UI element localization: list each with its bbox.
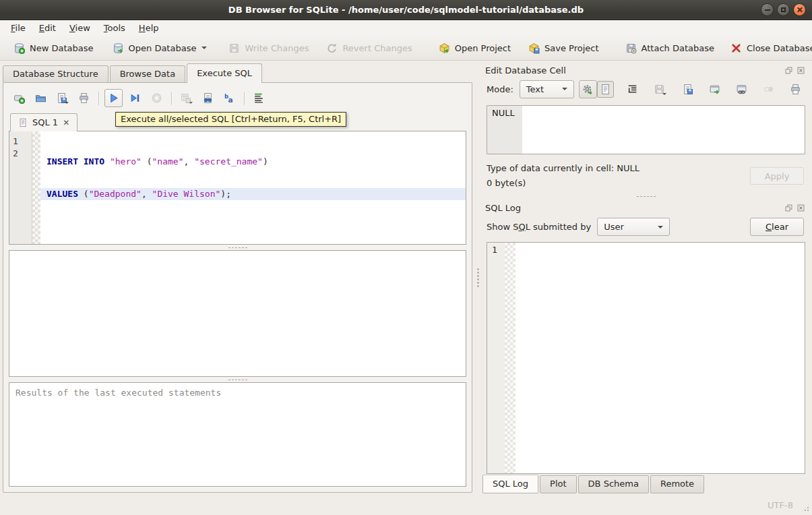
menu-help[interactable]: Help [132, 22, 166, 34]
close-icon [797, 7, 803, 13]
tab-database-structure[interactable]: Database Structure [3, 65, 108, 82]
splitter-dots-icon [228, 247, 248, 249]
window-controls [761, 3, 806, 16]
sql-editor-toolbar [9, 86, 466, 111]
word-wrap-button[interactable] [624, 81, 641, 98]
attach-database-button[interactable]: Attach Database [619, 39, 720, 57]
print-cell-button[interactable] [787, 81, 804, 98]
maximize-button[interactable] [777, 3, 790, 16]
open-project-button[interactable]: Open Project [433, 39, 517, 57]
close-database-button[interactable]: Close Database [724, 39, 812, 57]
sql-log-dock-title: SQL Log [480, 199, 812, 214]
print-sql-button[interactable] [75, 89, 93, 107]
minimize-button[interactable] [761, 3, 774, 16]
execution-log-pane: Results of the last executed statements [9, 382, 466, 487]
toolbar-separator [244, 92, 245, 105]
execute-sql-icon [108, 92, 119, 104]
tab-execute-sql[interactable]: Execute SQL [187, 63, 262, 83]
close-database-icon [730, 42, 742, 54]
tab-remote[interactable]: Remote [650, 475, 704, 493]
menu-tools[interactable]: Tools [97, 22, 132, 34]
splitter-handle[interactable] [9, 245, 466, 250]
open-database-button[interactable]: Open Database [106, 39, 214, 57]
splitter-handle[interactable] [480, 193, 812, 199]
float-dock-button[interactable] [784, 204, 793, 213]
open-project-icon [439, 42, 450, 54]
editor-line-number-gutter: 1 2 [9, 131, 32, 244]
window-title: DB Browser for SQLite - /home/user/code/… [228, 5, 584, 15]
splitter-handle[interactable] [9, 377, 466, 382]
open-external-button[interactable] [706, 81, 723, 98]
sql-code-area[interactable]: INSERT INTO "hero" ("name", "secret_name… [40, 131, 466, 244]
statusbar: UTF-8 [0, 495, 812, 515]
open-database-icon [113, 42, 124, 54]
tab-sql-log[interactable]: SQL Log [482, 475, 538, 493]
save-sql-menu-arrow[interactable] [65, 102, 69, 104]
open-database-menu-arrow[interactable] [201, 47, 207, 49]
menu-file[interactable]: File [4, 22, 32, 34]
copy-link-button[interactable] [733, 81, 750, 98]
execute-current-line-button[interactable] [126, 89, 144, 107]
main-toolbar: New Database Open Database Write Changes… [0, 36, 812, 61]
revert-changes-icon [326, 42, 338, 54]
align-icon [253, 92, 265, 104]
close-button[interactable] [793, 3, 806, 16]
cell-info-row: Type of data currently in cell: NULL 0 b… [487, 161, 804, 191]
close-dock-button[interactable] [796, 66, 805, 75]
minimize-icon [765, 9, 770, 11]
set-null-button [760, 81, 777, 98]
dock-close-icon [797, 204, 805, 212]
cell-type-info: Type of data currently in cell: NULL [487, 161, 639, 176]
new-sql-tab-icon [13, 92, 25, 104]
resize-grip[interactable] [801, 504, 810, 512]
close-tab-icon[interactable]: ✕ [63, 119, 69, 127]
menu-edit[interactable]: Edit [32, 22, 63, 34]
encoding-indicator: UTF-8 [768, 500, 793, 510]
splitter-dots-icon [636, 195, 656, 198]
execute-sql-button[interactable] [104, 89, 123, 107]
editor-folding-margin [32, 131, 40, 244]
content-area: Database Structure Browse Data Execute S… [0, 61, 812, 495]
float-icon [784, 66, 793, 75]
left-panel: Database Structure Browse Data Execute S… [0, 61, 476, 495]
new-database-icon [13, 42, 25, 54]
print-icon [790, 84, 801, 95]
text-view-button[interactable] [597, 81, 614, 98]
chevron-down-icon [562, 88, 567, 90]
tab-plot[interactable]: Plot [540, 475, 577, 493]
new-sql-tab-button[interactable] [10, 89, 28, 107]
sql-log-view: 1 [487, 242, 805, 474]
format-sql-button[interactable] [220, 89, 239, 107]
find-button[interactable] [199, 89, 217, 107]
print-icon [78, 92, 90, 104]
new-database-button[interactable]: New Database [7, 39, 100, 57]
clear-log-button[interactable]: Clear [750, 218, 804, 236]
main-tab-bar: Database Structure Browse Data Execute S… [0, 64, 476, 82]
open-sql-file-icon [35, 92, 46, 104]
save-project-button[interactable]: Save Project [522, 39, 605, 57]
auto-switch-mode-button[interactable] [579, 80, 597, 98]
sql-editor: 1 2 INSERT INTO "hero" ("name", "secret_… [9, 131, 466, 245]
edit-cell-dock-title: Edit Database Cell [480, 61, 812, 77]
close-dock-button[interactable] [796, 204, 805, 213]
tab-browse-data[interactable]: Browse Data [110, 65, 186, 82]
dock-close-icon [797, 66, 805, 75]
sql-1-tab[interactable]: SQL 1 ✕ [10, 113, 77, 131]
open-sql-file-button[interactable] [32, 89, 50, 107]
export-file-button[interactable] [679, 81, 696, 98]
mode-select[interactable]: Text [520, 80, 574, 98]
tab-db-schema[interactable]: DB Schema [578, 475, 649, 493]
maximize-icon [781, 7, 786, 12]
float-dock-button[interactable] [784, 66, 793, 75]
chevron-down-icon [658, 226, 663, 229]
menu-view[interactable]: View [63, 22, 97, 34]
sql-log-filter-row: Show SQL submitted by User Clear [480, 214, 812, 239]
line-number: 1 [492, 245, 497, 255]
save-sql-file-button[interactable] [53, 89, 71, 107]
cell-value-editor[interactable]: NULL [487, 105, 805, 154]
revert-changes-button: Revert Changes [320, 39, 418, 57]
edit-cell-title: Edit Database Cell [485, 65, 566, 75]
submitted-by-select[interactable]: User [597, 218, 670, 236]
align-button[interactable] [250, 89, 268, 107]
find-icon [202, 92, 214, 104]
